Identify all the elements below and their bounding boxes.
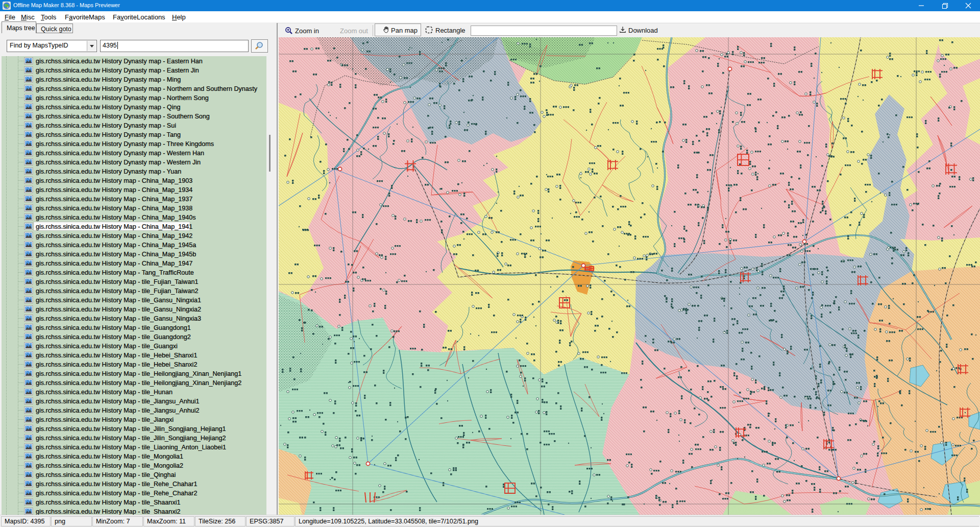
svg-text:gis.rchss.sinica.edu.tw Histor: gis.rchss.sinica.edu.tw History Map - Ch… bbox=[36, 232, 192, 239]
svg-text:gis.rchss.sinica.edu.tw Histor: gis.rchss.sinica.edu.tw History Map - Ch… bbox=[36, 214, 196, 221]
svg-text:gis.rchss.sinica.edu.tw Histor: gis.rchss.sinica.edu.tw History Map - ti… bbox=[36, 352, 197, 359]
svg-text:gis.rchss.sinica.edu.tw Histor: gis.rchss.sinica.edu.tw History Map - ti… bbox=[36, 508, 180, 515]
svg-text:gis.rchss.sinica.edu.tw Histor: gis.rchss.sinica.edu.tw History Dynasty … bbox=[36, 168, 181, 175]
svg-text:gis.rchss.sinica.edu.tw Histor: gis.rchss.sinica.edu.tw History Map - ti… bbox=[36, 288, 198, 295]
svg-text:gis.rchss.sinica.edu.tw Histor: gis.rchss.sinica.edu.tw History Map - ti… bbox=[36, 297, 201, 304]
svg-text:gis.rchss.sinica.edu.tw Histor: gis.rchss.sinica.edu.tw History Map - ti… bbox=[36, 370, 241, 377]
svg-text:gis.rchss.sinica.edu.tw Histor: gis.rchss.sinica.edu.tw History Dynasty … bbox=[36, 85, 258, 92]
svg-text:gis.rchss.sinica.edu.tw Histor: gis.rchss.sinica.edu.tw History Dynasty … bbox=[36, 67, 199, 74]
svg-text:gis.rchss.sinica.edu.tw Histor: gis.rchss.sinica.edu.tw History Map - ti… bbox=[36, 444, 226, 451]
svg-text:gis.rchss.sinica.edu.tw Histor: gis.rchss.sinica.edu.tw History Map - Ch… bbox=[36, 242, 196, 249]
svg-text:gis.rchss.sinica.edu.tw Histor: gis.rchss.sinica.edu.tw History Dynasty … bbox=[36, 150, 204, 157]
svg-text:gis.rchss.sinica.edu.tw Histor: gis.rchss.sinica.edu.tw History Dynasty … bbox=[36, 76, 181, 83]
svg-text:gis.rchss.sinica.edu.tw Histor: gis.rchss.sinica.edu.tw History Dynasty … bbox=[36, 113, 210, 120]
svg-text:gis.rchss.sinica.edu.tw Histor: gis.rchss.sinica.edu.tw History Map - Ch… bbox=[36, 251, 196, 258]
svg-text:gis.rchss.sinica.edu.tw Histor: gis.rchss.sinica.edu.tw History Map - ti… bbox=[36, 407, 200, 414]
svg-text:gis.rchss.sinica.edu.tw Histor: gis.rchss.sinica.edu.tw History Dynasty … bbox=[36, 140, 214, 148]
svg-text:gis.rchss.sinica.edu.tw Histor: gis.rchss.sinica.edu.tw History Dynasty … bbox=[36, 94, 209, 102]
svg-text:gis.rchss.sinica.edu.tw Histor: gis.rchss.sinica.edu.tw History Map - ti… bbox=[36, 379, 241, 387]
svg-text:gis.rchss.sinica.edu.tw Histor: gis.rchss.sinica.edu.tw History Map - Ch… bbox=[36, 223, 192, 230]
svg-text:gis.rchss.sinica.edu.tw Histor: gis.rchss.sinica.edu.tw History map - Ch… bbox=[36, 186, 192, 194]
svg-text:gis.rchss.sinica.edu.tw Histor: gis.rchss.sinica.edu.tw History Map - ti… bbox=[36, 361, 197, 368]
svg-text:gis.rchss.sinica.edu.tw Histor: gis.rchss.sinica.edu.tw History Map - ti… bbox=[36, 278, 198, 285]
svg-text:gis.rchss.sinica.edu.tw Histor: gis.rchss.sinica.edu.tw History Dynasty … bbox=[36, 58, 203, 65]
svg-text:gis.rchss.sinica.edu.tw Histor: gis.rchss.sinica.edu.tw History Map - ti… bbox=[36, 398, 200, 405]
svg-text:gis.rchss.sinica.edu.tw Histor: gis.rchss.sinica.edu.tw History Map - ti… bbox=[36, 490, 197, 497]
svg-text:gis.rchss.sinica.edu.tw Histor: gis.rchss.sinica.edu.tw History Dynasty … bbox=[36, 159, 201, 166]
svg-text:gis.rchss.sinica.edu.tw Histor: gis.rchss.sinica.edu.tw History Dynasty … bbox=[36, 104, 180, 111]
svg-text:gis.rchss.sinica.edu.tw Histor: gis.rchss.sinica.edu.tw History Map - ti… bbox=[36, 499, 180, 506]
svg-text:gis.rchss.sinica.edu.tw Histor: gis.rchss.sinica.edu.tw History Map - ti… bbox=[36, 471, 176, 478]
svg-text:gis.rchss.sinica.edu.tw Histor: gis.rchss.sinica.edu.tw History Map - ti… bbox=[36, 416, 174, 423]
svg-text:gis.rchss.sinica.edu.tw Histor: gis.rchss.sinica.edu.tw History Map - ti… bbox=[36, 389, 173, 396]
svg-text:gis.rchss.sinica.edu.tw Histor: gis.rchss.sinica.edu.tw History Map - Ch… bbox=[36, 260, 192, 267]
svg-text:gis.rchss.sinica.edu.tw Histor: gis.rchss.sinica.edu.tw History Map - ti… bbox=[36, 481, 197, 488]
svg-text:gis.rchss.sinica.edu.tw Histor: gis.rchss.sinica.edu.tw History Dynasty … bbox=[36, 122, 176, 129]
svg-text:gis.rchss.sinica.edu.tw Histor: gis.rchss.sinica.edu.tw History map - Ch… bbox=[36, 177, 192, 184]
svg-text:gis.rchss.sinica.edu.tw Histor: gis.rchss.sinica.edu.tw History Map - ti… bbox=[36, 333, 191, 341]
svg-text:gis.rchss.sinica.edu.tw Histor: gis.rchss.sinica.edu.tw History Map - ti… bbox=[36, 462, 183, 469]
svg-text:gis.rchss.sinica.edu.tw Histor: gis.rchss.sinica.edu.tw History Map - ti… bbox=[36, 324, 191, 331]
svg-text:gis.rchss.sinica.edu.tw Histor: gis.rchss.sinica.edu.tw History Map - Ch… bbox=[36, 205, 192, 212]
svg-text:gis.rchss.sinica.edu.tw Histor: gis.rchss.sinica.edu.tw History Map - ti… bbox=[36, 453, 183, 460]
svg-text:gis.rchss.sinica.edu.tw Histor: gis.rchss.sinica.edu.tw History Dynasty … bbox=[36, 131, 181, 138]
svg-text:gis.rchss.sinica.edu.tw Histor: gis.rchss.sinica.edu.tw History Map - ti… bbox=[36, 306, 201, 313]
svg-text:gis.rchss.sinica.edu.tw Histor: gis.rchss.sinica.edu.tw History Map - ti… bbox=[36, 315, 201, 322]
svg-text:gis.rchss.sinica.edu.tw Histor: gis.rchss.sinica.edu.tw History Map - ti… bbox=[36, 435, 226, 442]
svg-text:gis.rchss.sinica.edu.tw Histor: gis.rchss.sinica.edu.tw History Map - ti… bbox=[36, 343, 178, 350]
svg-text:gis.rchss.sinica.edu.tw Histor: gis.rchss.sinica.edu.tw History Map - Ch… bbox=[36, 196, 192, 203]
svg-text:gis.rchss.sinica.edu.tw Histor: gis.rchss.sinica.edu.tw History Map - Ta… bbox=[36, 269, 194, 276]
svg-text:gis.rchss.sinica.edu.tw Histor: gis.rchss.sinica.edu.tw History Map - ti… bbox=[36, 425, 226, 433]
